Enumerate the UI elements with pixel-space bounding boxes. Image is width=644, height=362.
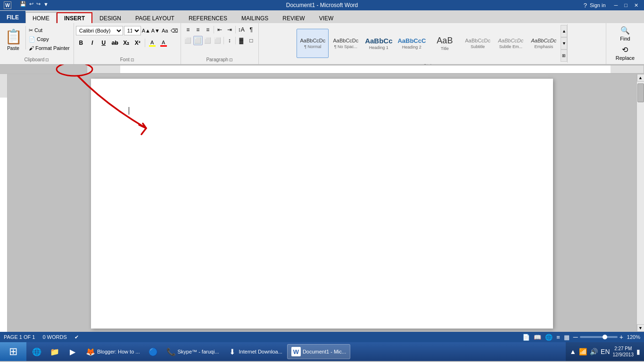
- styles-scroll-up[interactable]: ▲: [561, 25, 567, 37]
- tab-insert[interactable]: INSERT: [57, 12, 92, 24]
- bold-button[interactable]: B: [76, 38, 86, 48]
- taskbar-media[interactable]: ▶: [64, 344, 81, 359]
- multilevel-button[interactable]: ≡: [203, 25, 213, 34]
- style-heading2-preview: AaBbCcC: [397, 37, 426, 45]
- font-divider: [145, 39, 145, 47]
- tab-references[interactable]: REFERENCES: [182, 12, 234, 24]
- scroll-up-button[interactable]: ▲: [637, 74, 644, 82]
- style-heading2[interactable]: AaBbCcC Heading 2: [396, 29, 428, 58]
- clear-format-button[interactable]: ⌫: [170, 26, 179, 35]
- style-title[interactable]: AaB Title: [429, 29, 461, 58]
- view-web[interactable]: 🌐: [545, 334, 553, 341]
- tray-ime[interactable]: EN: [601, 348, 610, 355]
- style-no-space[interactable]: AaBbCcDc ¶ No Spac...: [330, 29, 362, 58]
- start-button[interactable]: ⊞: [0, 342, 26, 361]
- numbering-button[interactable]: ≡: [193, 25, 203, 34]
- copy-button[interactable]: 📄 Copy: [28, 35, 71, 43]
- tray-network[interactable]: 📶: [579, 348, 587, 355]
- taskbar-ie[interactable]: 🌐: [28, 344, 45, 359]
- cut-button[interactable]: ✂ Cut: [28, 26, 71, 34]
- vertical-scrollbar[interactable]: ▲ ▼: [636, 74, 644, 332]
- taskbar-firefox[interactable]: 🦊 Blogger: How to ...: [82, 344, 144, 359]
- increase-font-button[interactable]: A▲: [142, 26, 150, 35]
- taskbar-word[interactable]: W Document1 - Mic...: [287, 344, 350, 359]
- justify-button[interactable]: ⬜: [213, 36, 223, 45]
- borders-button[interactable]: □: [247, 36, 256, 45]
- sort-button[interactable]: ↕A: [237, 25, 246, 34]
- scroll-down-button[interactable]: ▼: [637, 324, 644, 332]
- paste-button[interactable]: 📋 Paste: [3, 26, 24, 53]
- view-outline[interactable]: ≡: [556, 334, 560, 341]
- increase-indent-button[interactable]: ⇥: [225, 25, 234, 34]
- line-spacing-button[interactable]: ↕: [225, 36, 234, 45]
- font-expand[interactable]: ⊡: [131, 58, 134, 62]
- style-normal-preview: AaBbCcDc: [300, 38, 325, 44]
- document-page[interactable]: [91, 79, 553, 329]
- text-highlight-button[interactable]: A: [147, 38, 157, 48]
- font-color-button[interactable]: A: [158, 38, 169, 48]
- clipboard-expand[interactable]: ⊡: [45, 58, 49, 62]
- taskbar-chrome[interactable]: 🔵: [145, 344, 162, 359]
- view-print-layout[interactable]: 📄: [522, 334, 530, 341]
- paragraph-expand[interactable]: ⊡: [229, 58, 233, 62]
- close-button[interactable]: ✕: [632, 2, 640, 8]
- styles-expand-btn[interactable]: ⊞: [561, 49, 567, 62]
- ie-icon: 🌐: [32, 347, 41, 356]
- tray-expand[interactable]: ▲: [570, 348, 576, 355]
- restore-button[interactable]: □: [622, 2, 629, 8]
- find-button[interactable]: 🔍 Find: [618, 25, 632, 42]
- show-para-button[interactable]: ¶: [247, 25, 256, 34]
- tab-review[interactable]: REVIEW: [275, 12, 312, 24]
- tab-file[interactable]: FILE: [0, 11, 25, 24]
- undo-button[interactable]: ↩: [28, 1, 34, 7]
- taskbar-skype[interactable]: 📞 Skype™ - faruqi...: [163, 344, 223, 359]
- spell-check-icon[interactable]: ✔: [74, 334, 79, 340]
- format-painter-button[interactable]: 🖌 Format Painter: [28, 44, 71, 52]
- quick-access-more[interactable]: ▼: [42, 1, 50, 7]
- redo-button[interactable]: ↪: [35, 1, 41, 7]
- taskbar-idm[interactable]: ⬇ Internet Downloa...: [224, 344, 286, 359]
- italic-button[interactable]: I: [87, 38, 98, 48]
- tab-home[interactable]: HOME: [25, 12, 57, 24]
- tab-mailings[interactable]: MAILINGS: [234, 12, 275, 24]
- tab-view[interactable]: VIEW: [312, 12, 341, 24]
- superscript-button[interactable]: X²: [132, 38, 143, 48]
- decrease-indent-button[interactable]: ⇤: [215, 25, 224, 34]
- scroll-thumb[interactable]: [637, 83, 644, 102]
- style-emphasis[interactable]: AaBbCcDc Emphasis: [528, 29, 560, 58]
- font-size-select[interactable]: 11: [124, 26, 141, 35]
- change-case-button[interactable]: Aa: [161, 26, 169, 35]
- decrease-font-button[interactable]: A▼: [151, 26, 160, 35]
- subscript-button[interactable]: X₂: [121, 38, 132, 48]
- minimize-button[interactable]: ─: [612, 2, 620, 8]
- align-right-button[interactable]: ⬜: [203, 36, 213, 45]
- align-center-button[interactable]: ⬜: [193, 36, 203, 45]
- sign-in-button[interactable]: Sign in: [590, 2, 606, 8]
- view-draft[interactable]: ▦: [564, 334, 570, 341]
- zoom-slider[interactable]: [580, 336, 618, 338]
- save-button[interactable]: 💾: [19, 1, 27, 7]
- align-left-button[interactable]: ⬜: [183, 36, 193, 45]
- style-subtle-em[interactable]: AaBbCcDc Subtle Em...: [495, 29, 527, 58]
- replace-button[interactable]: ⟲ Replace: [614, 44, 636, 62]
- bullets-button[interactable]: ≡: [183, 25, 193, 34]
- tab-design[interactable]: DESIGN: [92, 12, 128, 24]
- tray-clock[interactable]: 2:27 PM 12/9/2013: [613, 346, 634, 358]
- font-name-select[interactable]: Calibri (Body): [76, 26, 123, 35]
- help-button[interactable]: ?: [584, 2, 587, 9]
- show-desktop[interactable]: ▮: [636, 348, 640, 355]
- shading-button[interactable]: ▓: [237, 36, 246, 45]
- style-subtitle[interactable]: AaBbCcDc Subtitle: [462, 29, 494, 58]
- styles-scroll-down[interactable]: ▼: [561, 37, 567, 49]
- underline-button[interactable]: U: [99, 38, 109, 48]
- style-normal[interactable]: AaBbCcDc ¶ Normal: [297, 29, 329, 58]
- document-area[interactable]: [8, 74, 636, 332]
- zoom-in-button[interactable]: +: [619, 333, 623, 341]
- style-heading1[interactable]: AaBbCc Heading 1: [363, 29, 395, 58]
- view-reading[interactable]: 📖: [534, 334, 541, 341]
- zoom-out-button[interactable]: ─: [573, 333, 578, 341]
- tray-volume[interactable]: 🔊: [590, 348, 598, 355]
- strikethrough-button[interactable]: ab: [110, 38, 120, 48]
- tab-page-layout[interactable]: PAGE LAYOUT: [128, 12, 182, 24]
- taskbar-explorer[interactable]: 📁: [46, 344, 63, 359]
